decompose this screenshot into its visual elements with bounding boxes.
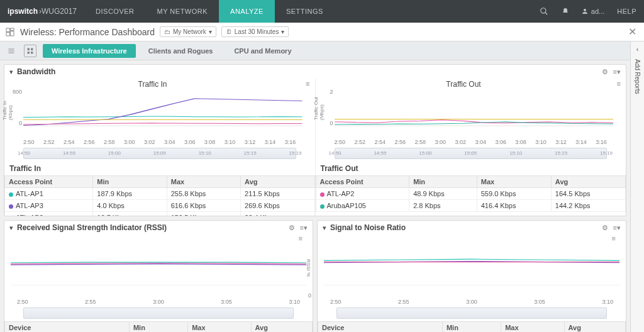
svg-rect-4 <box>11 28 14 30</box>
tab-strip: Wireless InfrastructureClients and Rogue… <box>0 42 644 60</box>
folder-icon: 🗀 <box>164 28 170 35</box>
svg-rect-11 <box>31 48 33 50</box>
svg-rect-3 <box>6 28 9 31</box>
nav-discover[interactable]: DISCOVER <box>84 0 145 23</box>
svg-rect-12 <box>28 52 30 54</box>
tab-wireless-infrastructure[interactable]: Wireless Infrastructure <box>43 44 136 58</box>
search-icon[interactable] <box>533 0 555 23</box>
brand-logo: ipswitch›WUG2017 <box>0 0 84 23</box>
svg-point-2 <box>584 9 586 11</box>
chevron-down-icon: ▾ <box>281 28 284 35</box>
svg-line-1 <box>545 13 548 15</box>
timerange-selector[interactable]: 🗓 Last 30 Minutes ▾ <box>221 26 289 37</box>
tab-cpu-and-memory[interactable]: CPU and Memory <box>225 44 300 58</box>
timerange-label: Last 30 Minutes <box>235 28 279 35</box>
svg-rect-5 <box>11 31 14 35</box>
page-title: Wireless: Performance Dashboard <box>20 27 155 37</box>
scope-selector[interactable]: 🗀 My Network ▾ <box>160 26 216 37</box>
svg-point-0 <box>541 8 546 13</box>
add-reports-tab[interactable]: ‹ Add Reports <box>630 42 644 60</box>
bell-icon[interactable] <box>555 0 576 23</box>
svg-rect-13 <box>31 52 33 54</box>
calendar-icon: 🗓 <box>226 28 232 35</box>
add-reports-label: Add Reports <box>634 57 641 60</box>
nav-analyze[interactable]: ANALYZE <box>219 0 275 23</box>
chevron-left-icon: ‹ <box>636 45 639 53</box>
scope-label: My Network <box>173 28 206 35</box>
svg-rect-6 <box>6 32 9 35</box>
tab-clients-and-rogues[interactable]: Clients and Rogues <box>140 44 222 58</box>
top-nav: ipswitch›WUG2017 DISCOVERMY NETWORKANALY… <box>0 0 644 23</box>
chevron-down-icon: ▾ <box>209 28 212 35</box>
user-name-label: ad... <box>591 8 604 15</box>
nav-settings[interactable]: SETTINGS <box>275 0 335 23</box>
user-menu[interactable]: ad... <box>576 8 609 15</box>
view-grid-icon[interactable] <box>24 45 36 57</box>
help-link[interactable]: HELP <box>609 0 644 23</box>
view-list-icon[interactable] <box>5 45 18 57</box>
svg-rect-10 <box>28 48 30 50</box>
nav-my-network[interactable]: MY NETWORK <box>146 0 219 23</box>
title-bar: Wireless: Performance Dashboard 🗀 My Net… <box>0 23 644 42</box>
close-icon[interactable]: ✕ <box>626 26 639 38</box>
dashboard-icon <box>5 27 15 37</box>
